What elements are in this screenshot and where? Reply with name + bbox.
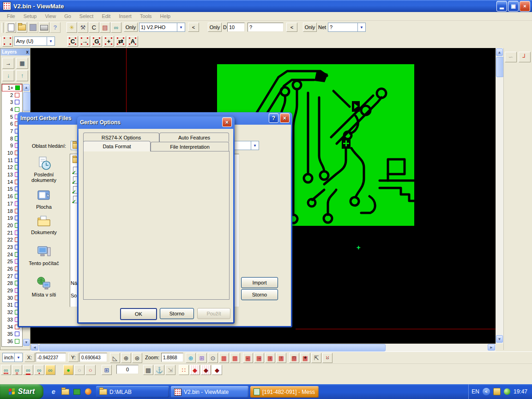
zoom-field[interactable]: 1.8868 <box>161 353 183 362</box>
vscroll-thumb[interactable] <box>496 57 504 77</box>
pan-right-icon[interactable]: ▦→ <box>254 353 264 363</box>
examine-glasses-icon[interactable]: ∞ <box>111 22 121 33</box>
quicklaunch-firefox-icon[interactable] <box>84 387 93 396</box>
menu-item[interactable]: File <box>3 12 19 20</box>
pan-left-icon[interactable]: ▦← <box>243 353 253 363</box>
start-button[interactable]: Start <box>0 384 43 399</box>
crosshair-icon[interactable]: ⊕ <box>121 353 131 363</box>
prev-layer-button[interactable]: < <box>188 23 199 32</box>
dcode-value-field[interactable]: 10 <box>227 23 245 32</box>
menu-item[interactable]: Go <box>60 12 75 20</box>
layer-config-icon[interactable]: ▦ <box>16 58 28 69</box>
place-computer[interactable]: Tento počítač <box>23 245 65 266</box>
selector-mode-icon[interactable] <box>2 36 13 47</box>
menu-item[interactable]: Edit <box>97 12 115 20</box>
place-network[interactable]: Místa v síti <box>23 276 65 297</box>
zoom-window-icon[interactable]: ⊞ <box>197 353 207 363</box>
only-layer-button[interactable]: Only <box>124 23 138 32</box>
net-combo[interactable]: ? ▼ <box>328 23 366 32</box>
layer-row[interactable]: 1+ <box>2 84 22 91</box>
apply-button[interactable]: Použít <box>197 308 230 319</box>
layer-color-swatch[interactable] <box>15 339 19 344</box>
protractor-icon[interactable]: ◺ <box>110 353 120 363</box>
pan-up-icon[interactable]: ▦↑ <box>276 353 286 363</box>
close-button[interactable]: × <box>222 117 232 127</box>
pattern-diamond-icon[interactable]: ◆ <box>190 365 200 375</box>
pattern-dark-diamond-icon[interactable]: ◆ <box>201 365 211 375</box>
grid-show-icon[interactable]: ▦ <box>230 353 240 363</box>
language-indicator[interactable]: EN <box>472 388 479 395</box>
open-file-icon[interactable] <box>17 22 27 33</box>
gerber-options-titlebar[interactable]: Gerber Options × <box>77 116 235 128</box>
chevron-down-icon[interactable]: ▼ <box>14 353 22 362</box>
chevron-down-icon[interactable]: ▼ <box>177 23 185 31</box>
selector-combo[interactable]: Any (U) ▼ <box>14 36 55 46</box>
quicklaunch-book-icon[interactable] <box>72 387 81 396</box>
fit-window-icon[interactable]: ⇱ <box>311 353 321 363</box>
chevron-down-icon[interactable]: ▼ <box>357 23 365 31</box>
tools-icon[interactable]: ⚒ <box>78 22 88 33</box>
taskbar-item-viewmate[interactable]: V2.bin - ViewMate <box>171 386 248 398</box>
zoom-in-icon[interactable]: ⊕ <box>186 353 196 363</box>
layer-combo[interactable]: 1) V2.PHO ▼ <box>139 23 185 32</box>
new-file-icon[interactable] <box>6 22 16 33</box>
print-icon[interactable] <box>39 22 49 33</box>
layer-row[interactable]: 3 <box>2 98 22 106</box>
tab-rs274x[interactable]: RS274-X Options <box>83 133 159 142</box>
minimize-button[interactable]: ▂ <box>496 1 507 12</box>
x-coord-field[interactable]: -0.942237 <box>36 353 66 362</box>
tool-c-button[interactable]: C <box>67 36 78 47</box>
view-lines-icon[interactable]: ∞≡ <box>12 365 22 375</box>
tab-auto-features[interactable]: Auto Features <box>159 133 229 142</box>
tray-collapse-icon[interactable]: < <box>483 388 490 395</box>
close-icon[interactable]: x <box>26 49 29 54</box>
layer-color-swatch[interactable] <box>15 93 19 97</box>
layer-color-swatch[interactable] <box>15 85 20 90</box>
menu-item[interactable]: Help <box>156 12 175 20</box>
view-shapes-icon[interactable]: ∞▬ <box>23 365 33 375</box>
help-button[interactable]: ? <box>269 113 278 123</box>
y-coord-button[interactable]: Y: <box>68 353 79 362</box>
unit-combo[interactable]: inch ▼ <box>2 353 23 362</box>
tab-file-interpretation[interactable]: File Interpretation <box>151 142 229 151</box>
view-highlight-icon[interactable]: ∞ <box>45 365 55 375</box>
dcode-c-icon[interactable]: C <box>89 22 99 33</box>
origin-waves-icon[interactable]: ⊛ <box>132 353 142 363</box>
lamp-off-icon[interactable]: ○ <box>74 365 85 375</box>
layer-shift-icon[interactable]: → <box>2 58 14 69</box>
canvas-vscrollbar[interactable] <box>496 48 504 344</box>
select-area-icon[interactable]: ▫∷ <box>322 353 332 363</box>
layer-row[interactable]: 36 <box>2 338 22 345</box>
import-button[interactable]: Import <box>241 277 278 288</box>
scroll-up-icon[interactable]: ▲ <box>23 84 30 91</box>
tile-windows-icon[interactable]: ⊞ <box>102 365 112 375</box>
y-coord-field[interactable]: 0.690643 <box>79 353 107 362</box>
menu-item[interactable]: Insert <box>115 12 136 20</box>
tool-a-button[interactable]: A <box>127 36 138 47</box>
view-dcodes-icon[interactable]: ∞••• <box>1 365 11 375</box>
hscroll-thumb[interactable] <box>39 344 386 351</box>
chevron-down-icon[interactable]: ▼ <box>251 141 259 150</box>
pan-down-icon[interactable]: ▦↓ <box>265 353 275 363</box>
aperture-icon[interactable]: ✳ <box>66 22 77 33</box>
chevron-down-icon[interactable]: ▼ <box>47 37 54 45</box>
menu-item[interactable]: Select <box>75 12 98 20</box>
quicklaunch-folder-icon[interactable] <box>60 387 70 396</box>
tray-notes-icon[interactable] <box>493 388 501 395</box>
restore-button[interactable]: ▣ <box>508 1 519 12</box>
tool-arrow-button[interactable]: → <box>79 36 90 47</box>
zoom-dcode-icon[interactable]: ⊙ <box>208 353 218 363</box>
close-button[interactable]: × <box>520 1 530 12</box>
zoom-block-icon[interactable]: ▦□ <box>289 353 299 363</box>
layer-down-icon[interactable]: ↓ <box>2 70 14 81</box>
scroll-down-icon[interactable]: ▼ <box>23 339 30 346</box>
colors-icon[interactable]: ▤ <box>100 22 110 33</box>
menu-item[interactable]: Tools <box>136 12 156 20</box>
pattern-sparse-icon[interactable]: ∷ <box>179 365 189 375</box>
stretch-icon[interactable]: ⇲ <box>165 365 175 375</box>
prev-net-button[interactable]: < <box>286 23 297 32</box>
tab-data-format[interactable]: Data Format <box>83 141 151 151</box>
ok-button[interactable]: OK <box>120 308 157 320</box>
x-coord-button[interactable]: X: <box>24 353 35 362</box>
scroll-up-icon[interactable]: ▲ <box>496 48 503 56</box>
